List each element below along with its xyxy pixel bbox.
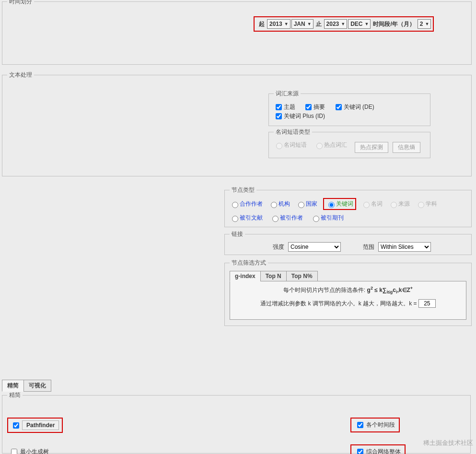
scope-label: 范围 [363,243,374,251]
hotspot-detect-button[interactable]: 热点探测 [355,142,388,153]
end-label: 止 [316,20,322,28]
each-slice-label: 各个时间段 [366,421,395,429]
chevron-down-icon: ▼ [284,22,289,26]
radio-country[interactable]: 国家 [296,200,317,208]
radio-noun[interactable]: 名词 [361,200,383,208]
tab-topnpct[interactable]: Top N% [286,271,318,281]
strength-label: 强度 [273,243,284,251]
link-fieldset: 链接 强度 Cosine 范围 Within Slices [224,230,472,255]
checkbox-abstract[interactable]: 摘要 [303,103,325,112]
simplify-legend: 精简 [7,391,23,399]
pathfinder-checkbox[interactable] [13,422,19,429]
node-type-legend: 节点类型 [230,186,256,194]
merged-checkbox[interactable] [357,449,363,454]
node-filter-legend: 节点筛选方式 [230,259,268,267]
node-filter-fieldset: 节点筛选方式 g-index Top N Top N% 每个时间切片内节点的筛选… [224,259,472,326]
merged-label: 综合网络整体 [366,448,401,454]
radio-cited-author[interactable]: 被引作者 [270,214,303,222]
radio-cited-journal[interactable]: 被引期刊 [311,214,344,222]
time-division-legend: 时间划分 [7,0,34,6]
link-legend: 链接 [230,230,245,238]
simplify-tabs: 精简 可视化 [2,380,472,392]
start-month-select[interactable]: JAN▼ [291,19,313,29]
pathfinder-button[interactable]: Pathfinder [22,420,59,430]
simplify-panel: 精简 可视化 精简 Pathfinder 各个时间段 最小生成树 综合网络整体 [2,380,472,454]
filter-k-line: 通过增减比例参数 k 调节网络的大小。k 越大，网络越大。k = [237,299,459,308]
scope-select[interactable]: Within Slices [378,242,431,252]
each-slice-highlight: 各个时间段 [350,418,400,432]
text-processing-legend: 文本处理 [7,71,34,79]
radio-institution[interactable]: 机构 [268,200,290,208]
each-slice-checkbox[interactable] [357,422,363,428]
span-label: 时间段/年（月） [373,20,415,28]
pathfinder-highlight: Pathfinder [7,418,63,433]
word-source-legend: 词汇来源 [274,90,301,98]
span-value-select[interactable]: 2▼ [418,19,431,29]
radio-keyword-highlight: 关键词 [323,198,356,210]
tab-simplify[interactable]: 精简 [2,380,24,392]
tab-topn[interactable]: Top N [260,271,287,281]
checkbox-topic[interactable]: 主题 [274,103,295,112]
tab-visualize[interactable]: 可视化 [23,380,51,392]
filter-tab-body: 每个时间切片内节点的筛选条件: g2 ≤ k∑i≤gci,k∈Z+ 通过增减比例… [230,281,466,320]
chevron-down-icon: ▼ [365,22,369,26]
entropy-button[interactable]: 信息熵 [393,142,420,153]
checkbox-keyword-plus-id[interactable]: 关键词 Plus (ID) [274,112,325,121]
radio-coauthor[interactable]: 合作作者 [230,200,263,208]
checkbox-keyword-de[interactable]: 关键词 (DE) [334,103,374,112]
chevron-down-icon: ▼ [425,22,429,26]
strength-select[interactable]: Cosine [288,242,341,252]
tab-gindex[interactable]: g-index [230,271,261,281]
simplify-fieldset: 精简 Pathfinder 各个时间段 最小生成树 综合网络整体 [2,391,471,454]
filter-formula-line: 每个时间切片内节点的筛选条件: g2 ≤ k∑i≤gci,k∈Z+ [237,286,459,294]
node-type-fieldset: 节点类型 合作作者 机构 国家 关键词 名词 来源 学科 被引文献 被引作者 被… [224,186,472,227]
word-source-fieldset: 词汇来源 主题 摘要 关键词 (DE) 关键词 Plus (ID) [268,90,430,126]
radio-noun-phrase[interactable]: 名词短语 [274,141,307,149]
noun-phrase-fieldset: 名词短语类型 名词短语 热点词汇 热点探测 信息熵 [268,128,430,158]
start-year-select[interactable]: 2013▼ [267,19,290,29]
mst-checkbox[interactable] [11,449,17,454]
time-division-fieldset: 时间划分 起 2013▼ JAN▼ 止 2023▼ DEC▼ 时间段/年（月） … [2,0,472,65]
k-input[interactable] [418,299,436,308]
merged-highlight: 综合网络整体 [350,444,406,454]
filter-tabs: g-index Top N Top N% [230,271,466,281]
text-processing-fieldset: 文本处理 词汇来源 主题 摘要 关键词 (DE) 关键词 Plus (ID) 名… [2,71,472,176]
chevron-down-icon: ▼ [341,22,345,26]
radio-cited-ref[interactable]: 被引文献 [230,214,263,222]
noun-phrase-legend: 名词短语类型 [274,128,312,136]
mst-row: 最小生成树 [9,447,49,454]
radio-source[interactable]: 来源 [388,200,410,208]
radio-keyword[interactable]: 关键词 [326,200,353,208]
end-month-select[interactable]: DEC▼ [348,19,371,29]
mst-label: 最小生成树 [20,448,49,454]
radio-hot-word[interactable]: 热点词汇 [314,141,347,149]
start-label: 起 [259,20,265,28]
chevron-down-icon: ▼ [307,22,312,26]
time-range-row: 起 2013▼ JAN▼ 止 2023▼ DEC▼ 时间段/年（月） 2▼ [254,16,434,32]
radio-subject[interactable]: 学科 [416,200,437,208]
end-year-select[interactable]: 2023▼ [324,19,348,29]
